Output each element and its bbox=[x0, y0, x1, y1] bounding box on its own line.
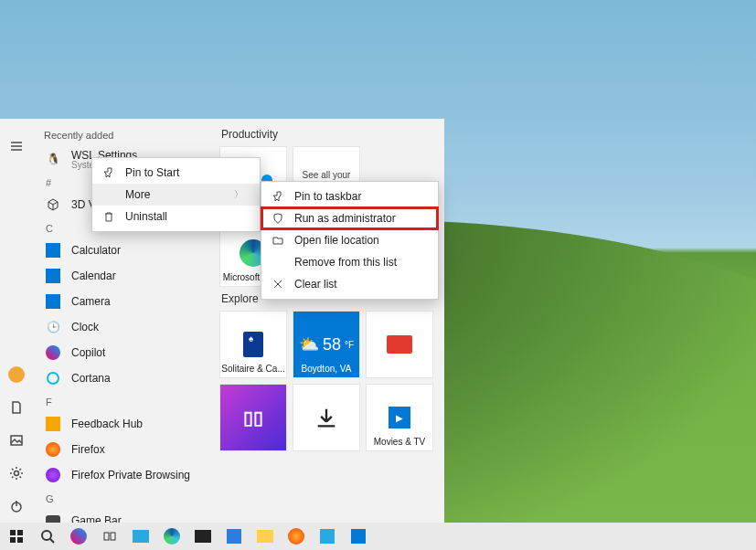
taskbar-firefox[interactable] bbox=[283, 524, 309, 549]
taskbar bbox=[0, 523, 756, 550]
svg-point-1 bbox=[15, 471, 19, 476]
ctx-label: Pin to taskbar bbox=[294, 190, 361, 203]
taskbar-vscode[interactable] bbox=[221, 524, 247, 549]
context-menu-app: Pin to Start More 〉 Uninstall bbox=[91, 157, 261, 232]
ctx-label: Open file location bbox=[294, 234, 379, 247]
app-cortana[interactable]: Cortana bbox=[33, 365, 216, 391]
ctx-label: Run as administrator bbox=[294, 212, 396, 225]
documents-icon[interactable] bbox=[0, 391, 33, 424]
app-label: Game Bar bbox=[71, 514, 122, 523]
ctx-open-file-location[interactable]: Open file location bbox=[261, 229, 438, 251]
settings-icon[interactable] bbox=[0, 457, 33, 490]
tile-dolby[interactable]: ▯▯ bbox=[219, 384, 287, 451]
copilot-icon bbox=[44, 345, 62, 360]
letter-header-g[interactable]: G bbox=[33, 488, 216, 508]
firefox-icon bbox=[44, 442, 62, 457]
recently-added-header: Recently added bbox=[33, 126, 216, 146]
pin-icon bbox=[271, 191, 285, 202]
tiles-group-productivity[interactable]: Productivity bbox=[221, 128, 435, 141]
folder-icon bbox=[271, 235, 285, 246]
svg-rect-9 bbox=[111, 533, 115, 540]
taskbar-store[interactable] bbox=[346, 524, 371, 549]
app-label: Copilot bbox=[71, 346, 105, 359]
svg-rect-6 bbox=[17, 537, 23, 543]
start-button[interactable] bbox=[4, 524, 29, 549]
ctx-label: Pin to Start bbox=[125, 166, 179, 179]
app-label: Calculator bbox=[71, 244, 121, 257]
app-label: Clock bbox=[71, 321, 99, 333]
svg-rect-4 bbox=[17, 530, 23, 535]
app-camera[interactable]: Camera bbox=[33, 289, 216, 314]
ctx-more[interactable]: More 〉 bbox=[92, 184, 260, 206]
app-firefox-private[interactable]: Firefox Private Browsing bbox=[33, 462, 216, 488]
app-firefox[interactable]: Firefox bbox=[33, 437, 216, 462]
svg-rect-3 bbox=[10, 530, 16, 535]
app-feedback-hub[interactable]: Feedback Hub bbox=[33, 411, 216, 437]
ctx-pin-to-start[interactable]: Pin to Start bbox=[92, 162, 260, 184]
taskbar-copilot[interactable] bbox=[66, 524, 91, 549]
close-icon bbox=[271, 279, 285, 290]
ctx-label: Clear list bbox=[294, 278, 337, 291]
tile-solitaire[interactable]: ♠ Solitaire & Ca... bbox=[219, 311, 287, 378]
nav-menu-icon[interactable] bbox=[0, 130, 33, 163]
clock-icon: 🕒 bbox=[44, 321, 62, 333]
penguin-icon: 🐧 bbox=[44, 153, 62, 165]
ctx-uninstall[interactable]: Uninstall bbox=[92, 206, 260, 227]
context-menu-more: Pin to taskbar Run as administrator Open… bbox=[261, 181, 439, 300]
tile-label: Solitaire & Ca... bbox=[220, 364, 286, 374]
weather-unit: °F bbox=[345, 340, 354, 350]
taskbar-photos[interactable] bbox=[314, 524, 340, 549]
ctx-label: Remove from this list bbox=[294, 256, 397, 269]
calendar-icon bbox=[44, 269, 62, 283]
ctx-run-as-administrator[interactable]: Run as administrator bbox=[261, 207, 438, 229]
app-game-bar[interactable]: Game Bar bbox=[33, 508, 216, 523]
app-label: Calendar bbox=[71, 270, 116, 282]
pin-icon bbox=[101, 167, 116, 178]
svg-point-7 bbox=[42, 531, 51, 540]
camera-icon bbox=[44, 294, 62, 309]
tile-weather[interactable]: ⛅ 58 °F Boydton, VA bbox=[293, 311, 360, 378]
app-clock[interactable]: 🕒 Clock bbox=[33, 314, 216, 340]
weather-temp: 58 bbox=[323, 335, 341, 354]
app-label: Firefox Private Browsing bbox=[71, 469, 190, 481]
ctx-label: More bbox=[125, 188, 150, 201]
cloud-icon: ⛅ bbox=[299, 334, 319, 354]
user-account-icon[interactable] bbox=[0, 358, 33, 391]
trash-icon bbox=[101, 211, 116, 222]
ctx-clear-list[interactable]: Clear list bbox=[261, 273, 438, 295]
tile-download[interactable] bbox=[293, 384, 360, 451]
pictures-icon[interactable] bbox=[0, 424, 33, 457]
taskbar-edge[interactable] bbox=[159, 524, 185, 549]
cortana-icon bbox=[44, 372, 62, 385]
app-copilot[interactable]: Copilot bbox=[33, 340, 216, 365]
app-label: Cortana bbox=[71, 372, 111, 385]
tile-label: Movies & TV bbox=[367, 437, 432, 447]
ctx-remove-from-list[interactable]: Remove from this list bbox=[261, 251, 438, 273]
tile-news[interactable] bbox=[366, 311, 433, 378]
svg-rect-8 bbox=[104, 533, 109, 540]
app-label: Feedback Hub bbox=[71, 418, 143, 430]
taskbar-task-view[interactable] bbox=[97, 524, 122, 549]
chevron-right-icon: 〉 bbox=[234, 188, 243, 201]
search-button[interactable] bbox=[35, 524, 60, 549]
letter-header-f[interactable]: F bbox=[33, 391, 216, 411]
taskbar-terminal[interactable] bbox=[190, 524, 216, 549]
app-label: Camera bbox=[71, 295, 111, 308]
tile-label: Boydton, VA bbox=[293, 364, 359, 374]
ctx-label: Uninstall bbox=[125, 210, 167, 223]
tile-movies-tv[interactable]: ▶ Movies & TV bbox=[366, 384, 433, 451]
start-rail bbox=[0, 119, 33, 523]
gamebar-icon bbox=[44, 515, 62, 523]
app-label: Firefox bbox=[71, 443, 105, 456]
shield-icon bbox=[271, 213, 285, 224]
taskbar-file-explorer[interactable] bbox=[252, 524, 278, 549]
svg-rect-5 bbox=[10, 537, 16, 543]
taskbar-app-1[interactable] bbox=[128, 524, 154, 549]
feedback-icon bbox=[44, 417, 62, 431]
calculator-icon bbox=[44, 243, 62, 258]
ctx-pin-to-taskbar[interactable]: Pin to taskbar bbox=[261, 185, 438, 207]
app-calculator[interactable]: Calculator bbox=[33, 238, 216, 263]
cube-icon bbox=[44, 197, 62, 212]
power-icon[interactable] bbox=[0, 490, 33, 523]
app-calendar[interactable]: Calendar bbox=[33, 263, 216, 289]
